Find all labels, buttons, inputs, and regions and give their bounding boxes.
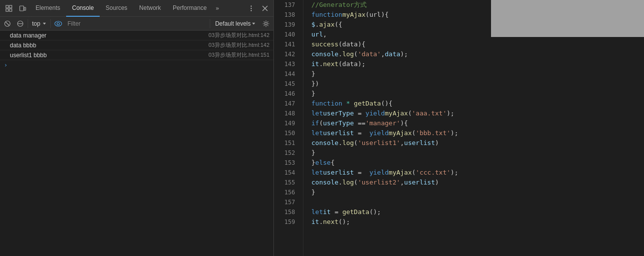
line-number-159: 159 (274, 217, 299, 227)
code-line-143: it.next(data); (311, 59, 644, 69)
msg-link-1[interactable]: 03异步场景对比.html:142 (209, 32, 269, 39)
line-number-156: 156 (274, 187, 299, 197)
svg-point-19 (265, 22, 267, 25)
code-line-145: }) (311, 79, 644, 89)
line-numbers: 1371381391401411421431441451461471481491… (274, 0, 303, 256)
line-number-142: 142 (274, 49, 299, 59)
line-number-139: 139 (274, 20, 299, 30)
right-wrapper: 1371381391401411421431441451461471481491… (274, 0, 644, 256)
svg-line-12 (6, 22, 9, 25)
msg-link-2[interactable]: 03异步场景对比.html:142 (209, 41, 269, 49)
devtools-panel: Elements Console Sources Network Perform… (0, 0, 274, 256)
code-line-153: }else{ (311, 158, 644, 168)
svg-point-16 (55, 21, 62, 26)
devtools-controls (245, 2, 271, 15)
line-number-140: 140 (274, 30, 299, 39)
line-number-155: 155 (274, 178, 299, 187)
more-tabs-btn[interactable]: » (213, 0, 222, 17)
code-editor-panel: 1371381391401411421431441451461471481491… (274, 0, 644, 256)
msg-link-3[interactable]: 03异步场景对比.html:151 (209, 51, 269, 59)
code-line-159: it.next(); (311, 217, 644, 227)
console-toolbar: top Default levels (0, 17, 273, 31)
svg-rect-4 (20, 6, 24, 11)
code-line-152: } (311, 148, 644, 158)
svg-point-8 (251, 10, 252, 11)
line-number-147: 147 (274, 99, 299, 109)
code-area: //Generator方式function myAjax(url){ $.aja… (303, 0, 644, 256)
tab-elements[interactable]: Elements (30, 0, 66, 17)
code-line-154: let userlist = yield myAjax('ccc.txt'); (311, 168, 644, 178)
tab-performance[interactable]: Performance (167, 0, 213, 17)
code-line-156: } (311, 187, 644, 197)
line-number-148: 148 (274, 109, 299, 118)
inspect-element-btn[interactable] (2, 1, 16, 15)
code-line-157 (311, 197, 644, 207)
cursor-indicator: › (4, 62, 7, 69)
toolbar-sep-3 (210, 19, 210, 28)
device-toolbar-btn[interactable] (16, 1, 30, 15)
line-number-143: 143 (274, 59, 299, 69)
console-message-2: data bbbb 03异步场景对比.html:142 (0, 40, 273, 50)
msg-text-1: data manager (10, 32, 209, 39)
line-number-149: 149 (274, 118, 299, 128)
tab-network[interactable]: Network (133, 0, 167, 17)
eye-icon-btn[interactable] (53, 18, 64, 29)
code-line-155: console.log('userlist2',userlist) (311, 178, 644, 187)
more-options-btn[interactable] (245, 2, 258, 15)
line-number-152: 152 (274, 148, 299, 158)
code-line-151: console.log('userlist1',userlist) (311, 138, 644, 148)
devtools-tabs-bar: Elements Console Sources Network Perform… (0, 0, 273, 17)
svg-rect-0 (6, 5, 8, 8)
console-input-row[interactable]: › (0, 60, 273, 70)
levels-dropdown[interactable]: Default levels (212, 19, 259, 28)
code-line-148: let userType = yield myAjax('aaa.txt'); (311, 109, 644, 118)
code-line-144: } (311, 69, 644, 79)
svg-rect-3 (9, 9, 12, 11)
svg-marker-18 (252, 23, 255, 25)
toolbar-sep-1 (28, 19, 28, 28)
msg-text-2: data bbbb (10, 42, 209, 49)
svg-marker-15 (43, 23, 46, 25)
line-number-151: 151 (274, 138, 299, 148)
code-line-150: let userlist = yield myAjax('bbb.txt'); (311, 128, 644, 138)
block-requests-btn[interactable] (15, 18, 26, 29)
line-number-150: 150 (274, 128, 299, 138)
settings-btn[interactable] (261, 18, 271, 29)
msg-text-3: userlist1 bbbb (10, 52, 209, 59)
svg-rect-1 (6, 9, 8, 11)
line-number-141: 141 (274, 39, 299, 49)
clear-console-btn[interactable] (2, 18, 13, 29)
svg-point-7 (251, 7, 252, 8)
code-line-158: let it = getData(); (311, 207, 644, 217)
svg-rect-5 (24, 7, 26, 10)
code-line-142: console.log('data',data); (311, 49, 644, 59)
line-number-137: 137 (274, 0, 299, 10)
line-number-138: 138 (274, 10, 299, 20)
line-number-153: 153 (274, 158, 299, 168)
line-number-145: 145 (274, 79, 299, 89)
code-line-149: if(userType =='manager'){ (311, 118, 644, 128)
svg-point-6 (251, 5, 252, 6)
line-number-158: 158 (274, 207, 299, 217)
svg-point-17 (57, 22, 59, 25)
filter-input[interactable] (66, 19, 208, 28)
line-number-144: 144 (274, 69, 299, 79)
line-number-157: 157 (274, 197, 299, 207)
context-selector[interactable]: top (30, 19, 48, 28)
console-messages: data manager 03异步场景对比.html:142 data bbbb… (0, 31, 273, 256)
code-line-146: } (311, 89, 644, 99)
toolbar-sep-2 (50, 19, 51, 28)
tab-console[interactable]: Console (66, 0, 100, 17)
top-overlay (491, 0, 644, 37)
close-devtools-btn[interactable] (259, 2, 271, 15)
console-message-1: data manager 03异步场景对比.html:142 (0, 31, 273, 40)
line-number-146: 146 (274, 89, 299, 99)
code-line-147: function * getData(){ (311, 99, 644, 109)
code-line-141: success(data){ (311, 39, 644, 49)
line-number-154: 154 (274, 168, 299, 178)
console-message-3: userlist1 bbbb 03异步场景对比.html:151 (0, 50, 273, 60)
tab-sources[interactable]: Sources (100, 0, 133, 17)
svg-rect-2 (9, 5, 12, 8)
